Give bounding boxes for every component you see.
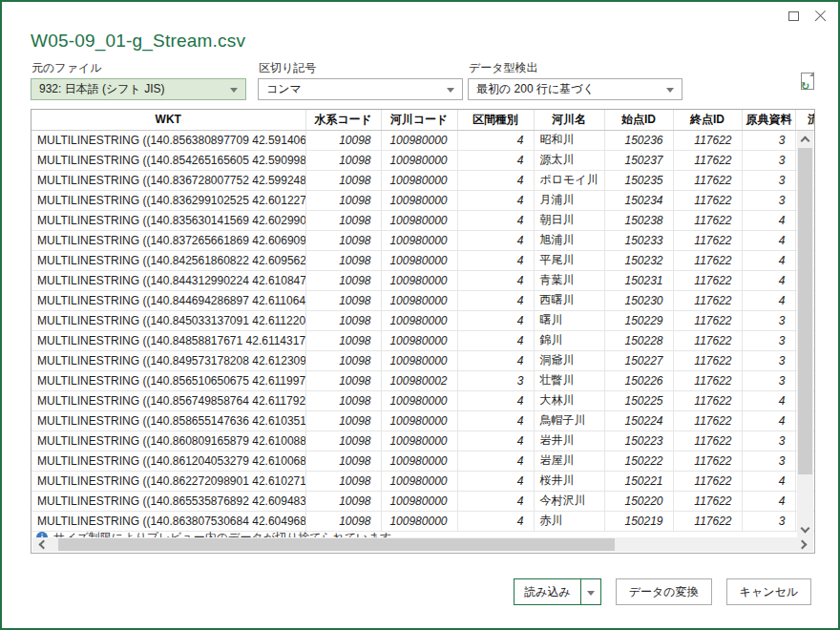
cell: 100980000: [381, 150, 457, 170]
column-header[interactable]: 水系コード: [305, 110, 381, 130]
cell: 117622: [673, 270, 742, 290]
column-header[interactable]: 原典資料: [742, 110, 795, 130]
load-button[interactable]: 読み込み: [514, 579, 580, 604]
scroll-right-icon[interactable]: [798, 540, 808, 550]
maximize-glyph: [788, 11, 799, 21]
table-row: MULTILINESTRING ((140.856380897709 42.59…: [32, 130, 815, 150]
cell: MULTILINESTRING ((140.836728007752 42.59…: [32, 170, 305, 190]
column-header[interactable]: 始点ID: [604, 110, 673, 130]
source-file-dropdown[interactable]: 932: 日本語 (シフト JIS): [31, 78, 246, 100]
cell: 4: [457, 410, 534, 430]
transform-data-button[interactable]: データの変換: [616, 578, 712, 605]
type-detection-dropdown[interactable]: 最初の 200 行に基づく: [468, 78, 682, 100]
cell: 4: [457, 471, 534, 491]
refresh-preview-icon[interactable]: ↻: [801, 73, 817, 94]
cell: 平尾川: [534, 250, 604, 270]
column-header[interactable]: 流: [795, 110, 815, 130]
delimiter-dropdown[interactable]: コンマ: [258, 78, 463, 100]
cell: 150229: [604, 310, 673, 330]
cell: 4: [457, 310, 534, 330]
preview-table: WKT水系コード河川コード区間種別河川名始点ID終点ID原典資料流 MULTIL…: [32, 110, 815, 532]
cell: MULTILINESTRING ((140.849573178208 42.61…: [32, 350, 305, 370]
cell: 117622: [673, 430, 742, 451]
load-dropdown-arrow[interactable]: [580, 579, 600, 604]
cell: 4: [742, 410, 795, 430]
cell: 117622: [673, 170, 742, 190]
cell: 10098: [305, 270, 381, 290]
cell: 117622: [673, 410, 742, 430]
close-icon[interactable]: [812, 8, 830, 25]
cell: 117622: [673, 451, 742, 471]
table-row: MULTILINESTRING ((140.849573178208 42.61…: [32, 350, 815, 370]
load-split-button[interactable]: 読み込み: [514, 578, 601, 605]
csv-import-dialog: W05-09_01-g_Stream.csv 元のファイル 区切り記号 データ型…: [0, 0, 840, 630]
column-header[interactable]: 河川コード: [381, 110, 457, 130]
scroll-down-icon[interactable]: [801, 524, 810, 534]
column-header[interactable]: 河川名: [534, 110, 604, 130]
cell: 10098: [305, 471, 381, 491]
cell: 鳥帽子川: [534, 410, 604, 430]
cell: 100980000: [381, 471, 457, 491]
cell: 117622: [673, 150, 742, 170]
cell: MULTILINESTRING ((140.860809165879 42.61…: [32, 430, 305, 451]
vertical-scroll-thumb[interactable]: [798, 148, 812, 474]
horizontal-scrollbar[interactable]: [32, 537, 813, 552]
horizontal-scroll-thumb[interactable]: [58, 538, 615, 551]
cell: 100980000: [381, 170, 457, 190]
cell: 4: [742, 210, 795, 230]
cell: 150221: [604, 471, 673, 491]
cell: 4: [457, 350, 534, 370]
table-row: MULTILINESTRING ((140.865535876892 42.60…: [32, 491, 815, 511]
column-header[interactable]: 終点ID: [673, 110, 742, 130]
header-row: WKT水系コード河川コード区間種別河川名始点ID終点ID原典資料流: [32, 110, 815, 130]
cell: 117622: [673, 250, 742, 270]
scroll-up-icon[interactable]: [801, 136, 810, 146]
cell: 150238: [604, 210, 673, 230]
cell: 4: [457, 430, 534, 451]
chevron-down-icon: [447, 88, 454, 93]
cell: 曙川: [534, 310, 604, 330]
type-detection-label: データ型検出: [469, 60, 538, 76]
cell: 150222: [604, 451, 673, 471]
column-header[interactable]: 区間種別: [457, 110, 534, 130]
table-row: MULTILINESTRING ((140.845033137091 42.61…: [32, 310, 815, 330]
cell: 10098: [305, 330, 381, 350]
cell: 10098: [305, 390, 381, 410]
cell: 西曙川: [534, 290, 604, 310]
scroll-left-icon[interactable]: [39, 540, 49, 550]
page-title: W05-09_01-g_Stream.csv: [31, 31, 245, 52]
cell: 桜井川: [534, 471, 604, 491]
table-row: MULTILINESTRING ((140.842561860822 42.60…: [32, 250, 815, 270]
cell: 10098: [305, 170, 381, 190]
source-file-value: 932: 日本語 (シフト JIS): [39, 82, 165, 95]
cell: 150219: [604, 511, 673, 531]
cancel-button[interactable]: キャンセル: [726, 578, 811, 605]
cell: 100980000: [381, 430, 457, 451]
cell: 4: [457, 491, 534, 511]
cell: 青葉川: [534, 270, 604, 290]
cell: 100980000: [381, 491, 457, 511]
cell: 117622: [673, 350, 742, 370]
cell: 10098: [305, 190, 381, 210]
cell: 4: [742, 491, 795, 511]
vertical-scrollbar[interactable]: [797, 131, 813, 538]
table-row: MULTILINESTRING ((140.836299102525 42.60…: [32, 190, 815, 210]
cell: 4: [457, 230, 534, 250]
cell: 壮瞥川: [534, 370, 604, 390]
column-header[interactable]: WKT: [32, 110, 305, 130]
cell: 4: [457, 390, 534, 410]
cell: 117622: [673, 190, 742, 210]
cell: 3: [742, 190, 795, 210]
maximize-icon[interactable]: [786, 8, 803, 25]
cell: 150220: [604, 491, 673, 511]
cell: 150232: [604, 250, 673, 270]
cell: MULTILINESTRING ((140.844694286897 42.61…: [32, 290, 305, 310]
cell: 4: [457, 270, 534, 290]
cell: 4: [742, 250, 795, 270]
table-row: MULTILINESTRING ((140.835630141569 42.60…: [32, 210, 815, 230]
cell: MULTILINESTRING ((140.842561860822 42.60…: [32, 250, 305, 270]
cell: MULTILINESTRING ((140.837265661869 42.60…: [32, 230, 305, 250]
cell: 117622: [673, 130, 742, 150]
cell: 月浦川: [534, 190, 604, 210]
cell: 117622: [673, 230, 742, 250]
